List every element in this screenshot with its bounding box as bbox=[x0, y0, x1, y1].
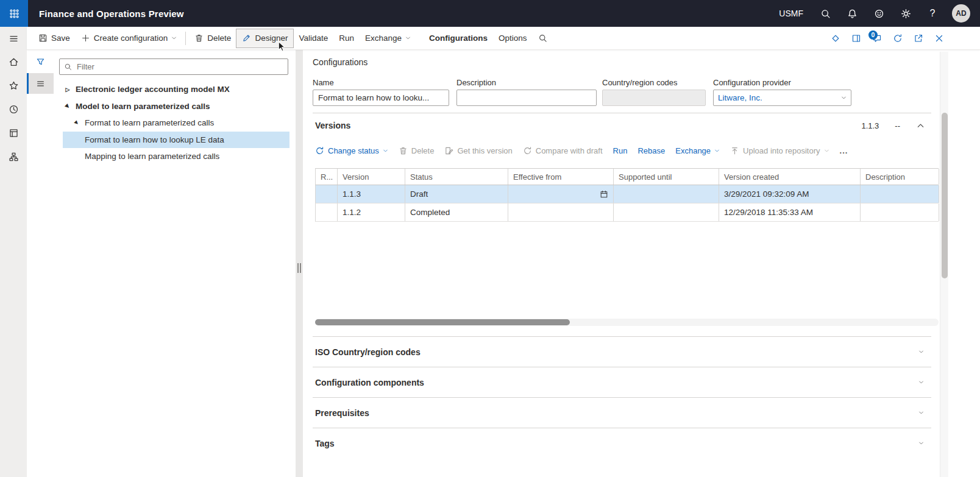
refresh-button[interactable] bbox=[887, 27, 908, 50]
grid-cell: 12/29/2018 11:35:33 AM bbox=[719, 203, 861, 221]
versions-more-commands[interactable]: ... bbox=[840, 146, 848, 155]
tree-item[interactable]: ▷Electronic ledger accounting model MX bbox=[63, 81, 289, 98]
versions-run-version[interactable]: Run bbox=[613, 146, 628, 155]
task-pane-button[interactable] bbox=[846, 27, 867, 50]
versions-rebase[interactable]: Rebase bbox=[637, 146, 665, 155]
versions-change-status[interactable]: Change status bbox=[315, 146, 388, 155]
grid-cell-text: 12/29/2018 11:35:33 AM bbox=[724, 208, 813, 217]
tree-item-label: Format to learn how to lookup LE data bbox=[85, 135, 224, 144]
fasttab-prerequisites[interactable]: Prerequisites bbox=[313, 397, 931, 428]
versions-fasttab-title[interactable]: Versions bbox=[315, 117, 350, 134]
collapse-icon[interactable]: ▶ bbox=[73, 118, 82, 127]
pane-splitter[interactable] bbox=[296, 50, 303, 477]
sync-icon bbox=[315, 146, 324, 155]
search-button[interactable] bbox=[812, 0, 839, 27]
table-row[interactable]: 1.1.2Completed12/29/2018 11:35:33 AM bbox=[315, 203, 939, 222]
versions-change-status-label: Change status bbox=[328, 146, 379, 155]
description-input[interactable] bbox=[456, 90, 597, 106]
action-configurations[interactable]: Configurations bbox=[424, 29, 493, 48]
pane-view-list-button[interactable] bbox=[27, 73, 54, 94]
action-designer[interactable]: Designer bbox=[236, 29, 293, 48]
vertical-scrollbar[interactable] bbox=[940, 52, 948, 477]
versions-run-version-label: Run bbox=[613, 146, 628, 155]
filter-pane-tools bbox=[27, 50, 54, 477]
versions-get-this-version-label: Get this version bbox=[457, 146, 512, 155]
waffle-icon bbox=[9, 9, 20, 19]
column-header-description[interactable]: Description bbox=[861, 169, 939, 185]
tree-item-label: Model to learn parameterized calls bbox=[76, 102, 210, 111]
versions-draft-indicator: -- bbox=[895, 121, 900, 130]
column-header-effective-from[interactable]: Effective from bbox=[508, 169, 614, 185]
nav-menu-button[interactable] bbox=[0, 27, 27, 50]
action-bar: SaveCreate configurationDeleteDesignerVa… bbox=[27, 27, 980, 50]
horizontal-scrollbar[interactable] bbox=[315, 319, 939, 326]
fasttab-configuration-components[interactable]: Configuration components bbox=[313, 367, 931, 397]
hamburger-icon bbox=[9, 34, 19, 44]
company-picker[interactable]: USMF bbox=[770, 9, 812, 18]
grid-cell bbox=[316, 185, 338, 203]
messages-button[interactable]: 0 bbox=[867, 27, 887, 50]
horizontal-scrollbar-thumb[interactable] bbox=[315, 319, 570, 325]
avatar[interactable]: AD bbox=[952, 4, 970, 23]
action-exchange[interactable]: Exchange bbox=[360, 29, 416, 48]
vertical-scrollbar-thumb[interactable] bbox=[942, 113, 948, 278]
nav-modules-button[interactable] bbox=[0, 145, 27, 169]
upload-icon bbox=[730, 146, 739, 155]
column-header-status[interactable]: Status bbox=[405, 169, 508, 185]
close-button[interactable] bbox=[929, 27, 950, 50]
section-label: Configuration components bbox=[315, 378, 424, 387]
grid-cell: 1.1.3 bbox=[338, 185, 405, 203]
tree-item[interactable]: Mapping to learn parameterized calls bbox=[63, 148, 289, 165]
action-configurations-label: Configurations bbox=[429, 34, 488, 43]
name-input[interactable] bbox=[313, 90, 449, 106]
separator bbox=[185, 32, 186, 45]
grid-cell-text: 1.1.2 bbox=[343, 208, 361, 217]
nav-home-button[interactable] bbox=[0, 50, 27, 74]
action-create-configuration-label: Create configuration bbox=[94, 34, 168, 43]
fasttab-tags[interactable]: Tags bbox=[313, 428, 931, 458]
tree-item[interactable]: ▶Model to learn parameterized calls bbox=[63, 98, 289, 115]
pane-filter-button[interactable] bbox=[27, 51, 54, 72]
versions-exchange-version[interactable]: Exchange bbox=[675, 146, 720, 155]
action-search[interactable] bbox=[533, 29, 553, 48]
help-button[interactable]: ? bbox=[919, 0, 946, 27]
power-apps-button[interactable] bbox=[825, 27, 846, 50]
action-validate-label: Validate bbox=[299, 34, 328, 43]
datepicker-icon[interactable] bbox=[600, 190, 608, 199]
settings-button[interactable] bbox=[892, 0, 919, 27]
action-options[interactable]: Options bbox=[493, 29, 533, 48]
tree-filter-input[interactable] bbox=[76, 62, 283, 72]
tree-item[interactable]: Format to learn how to lookup LE data bbox=[63, 132, 289, 149]
chevron-up-icon[interactable] bbox=[916, 121, 925, 130]
collapse-icon[interactable]: ▶ bbox=[63, 102, 73, 111]
open-in-new-window-button[interactable] bbox=[908, 27, 929, 50]
column-header-version[interactable]: Version bbox=[338, 169, 405, 185]
action-run[interactable]: Run bbox=[333, 29, 360, 48]
configuration-tree: ▷Electronic ledger accounting model MX▶M… bbox=[63, 81, 289, 165]
configuration-provider-combobox[interactable]: Litware, Inc. bbox=[713, 90, 851, 106]
nav-favorites-button[interactable] bbox=[0, 74, 27, 97]
nav-workspaces-button[interactable] bbox=[0, 121, 27, 145]
column-header-r[interactable]: R... bbox=[316, 169, 338, 185]
column-header-version-created[interactable]: Version created bbox=[719, 169, 861, 185]
nav-recent-button[interactable] bbox=[0, 97, 27, 121]
field-description: Description bbox=[456, 78, 597, 106]
feedback-button[interactable] bbox=[865, 0, 892, 27]
versions-grid: R...VersionStatusEffective fromSupported… bbox=[315, 168, 939, 222]
action-delete[interactable]: Delete bbox=[189, 29, 236, 48]
expand-icon[interactable]: ▷ bbox=[64, 87, 71, 93]
grid-cell-text: 1.1.3 bbox=[343, 189, 361, 199]
action-validate[interactable]: Validate bbox=[293, 29, 333, 48]
action-save-label: Save bbox=[51, 34, 70, 43]
tree-filter-box bbox=[59, 58, 288, 75]
action-create-configuration[interactable]: Create configuration bbox=[76, 29, 183, 48]
app-launcher-button[interactable] bbox=[0, 0, 28, 27]
versions-compare-with-draft-label: Compare with draft bbox=[536, 146, 603, 155]
column-header-supported-until[interactable]: Supported until bbox=[614, 169, 719, 185]
tree-item[interactable]: ▶Format to learn parameterized calls bbox=[63, 115, 289, 132]
notifications-button[interactable] bbox=[839, 0, 865, 27]
action-save[interactable]: Save bbox=[33, 29, 76, 48]
fasttab-iso-country-region-codes[interactable]: ISO Country/region codes bbox=[313, 336, 931, 367]
table-row[interactable]: 1.1.3Draft3/29/2021 09:32:09 AM bbox=[315, 185, 939, 203]
grid-cell-text: Completed bbox=[410, 208, 450, 217]
